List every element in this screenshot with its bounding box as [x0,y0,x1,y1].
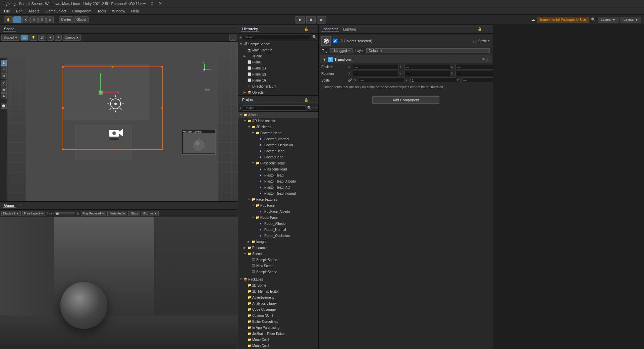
project-item-plasto-albedo[interactable]: ■ Plasto_Head_Albedo [238,178,318,184]
project-item-mono-cecil1[interactable]: 📁 Mono Cecil [238,337,318,343]
scene-lock-icon[interactable]: ⋯ [230,27,235,32]
project-item-packages[interactable]: ▼ 📦 Packages [238,276,318,282]
project-item-pop-face[interactable]: ▼ 📁 Pop Face [238,202,318,208]
pause-button[interactable]: ⏸ [306,16,316,23]
game-more-icon[interactable]: ⋮ [17,203,23,208]
play-button[interactable]: ▶ [296,16,305,23]
custom-scene-tool[interactable]: ⊕ [1,93,7,99]
project-item-2dsprite[interactable]: 📁 2D Sprite [238,282,318,288]
hand-scene-tool[interactable]: ✋ [1,60,7,66]
add-component-button[interactable]: Add Component [372,96,439,104]
transform-settings-icon[interactable]: ⚙ [482,58,485,61]
game-canvas[interactable] [0,217,238,349]
hierarchy-more-icon[interactable]: ⋮ [310,27,316,32]
hierarchy-tab[interactable]: Hierarchy [241,27,259,32]
project-item-images[interactable]: ▶ 📁 Images [238,239,318,245]
inspector-tab[interactable]: Inspector [321,27,339,32]
project-item-face-textures[interactable]: ▼ 📁 Face Textures [238,196,318,202]
transform-section-header[interactable]: ▼ T Transform ⚙ ⋮ [320,55,492,63]
project-item-arface[interactable]: ▼ 📁 AR face Assets [238,118,318,124]
scale-y[interactable] [410,78,456,83]
project-item-robot-face[interactable]: ▼ 📁 Robot Face [238,214,318,220]
menu-gameobject[interactable]: GameObject [43,8,69,14]
transform-tool[interactable]: ⊕ [46,16,54,23]
project-search[interactable] [243,105,306,111]
game-aspect-dropdown[interactable]: Free Aspect ▼ [22,211,45,216]
2d-toggle[interactable]: 2D [20,35,29,41]
menu-file[interactable]: File [1,8,13,14]
project-item-custom-nunit[interactable]: 📁 Custom NUnit [238,312,318,318]
transform-more-icon[interactable]: ⋮ [486,58,489,61]
project-item-samplescene2[interactable]: 🎬 SampleScene [238,269,318,275]
layers-dropdown[interactable]: Layers ▼ [598,17,619,22]
menu-edit[interactable]: Edit [13,8,25,14]
project-item-mono-cecil2[interactable]: 📁 Mono Cecil [238,343,318,349]
hierarchy-item-plane1[interactable]: ⬜ Plane (1) [238,65,318,71]
inspector-more-icon[interactable]: ⋮ [485,27,490,32]
project-item-advertisement[interactable]: 📁 Advertisement [238,294,318,300]
project-item-facitedhead[interactable]: ● FacitedHead [238,154,318,160]
project-item-3dheads[interactable]: ▼ 📁 3D Heads [238,124,318,130]
scene-canvas[interactable]: ✋ ↔ ⟲ ⟱ ⊞ ⊕ ⬤ [0,42,238,201]
play-focused-dropdown[interactable]: Play Focused ▼ [81,211,106,216]
project-item-robot-occlusion[interactable]: ■ Robot_Occlusion [238,233,318,239]
gizmos-dropdown[interactable]: Gizmos ▼ [142,211,159,216]
project-item-plasto-ao[interactable]: ■ Plasto_Head_AO [238,184,318,190]
project-item-robot-normal[interactable]: ■ Robot_Normal [238,227,318,233]
search-icon[interactable]: 🔍 [591,17,596,22]
inspector-lock-icon[interactable]: 🔒 [477,27,482,32]
stats-btn[interactable]: Stats [128,211,140,216]
minimize-button[interactable]: ─ [142,1,147,6]
hierarchy-item-3point[interactable]: ▶ 3Point [238,53,318,59]
project-item-faceted-occlusion[interactable]: ■ Faceted_Occlusion [238,142,318,148]
project-item-robot-albedo[interactable]: ■ Robot_Albedo [238,220,318,227]
menu-window[interactable]: Window [109,8,128,14]
project-item-plasto-normal[interactable]: ■ Plasto_Head_normal [238,190,318,196]
tag-dropdown[interactable]: Untagged ▼ [330,48,353,53]
scale-slider[interactable] [55,212,75,214]
hierarchy-lock-icon[interactable]: 🔒 [304,27,309,32]
lighting-toggle[interactable]: 💡 [30,35,37,41]
project-item-scenes[interactable]: ▼ 📁 Scenes [238,251,318,257]
menu-assets[interactable]: Assets [26,8,42,14]
hierarchy-item-plane[interactable]: ⬜ Plane [238,59,318,65]
project-item-analytics[interactable]: 📁 Analytics Library [238,300,318,306]
hidden-objects-toggle[interactable]: 👁 [55,35,62,41]
project-item-jetbrains[interactable]: 📁 JetBrains Rider Editor [238,331,318,337]
rotation-x[interactable] [353,71,399,76]
project-item-inapp[interactable]: 📁 In App Purchasing [238,325,318,331]
hierarchy-item-objects[interactable]: ▶ 📦 Objects [238,89,318,95]
project-lock-icon[interactable]: 🔒 [304,97,309,103]
project-item-2dtilemap[interactable]: 📁 2D Tilemap Editor [238,288,318,294]
more-options[interactable]: ⋮ [229,35,236,41]
project-item-plasto-head[interactable]: ● Plasto_Head [238,172,318,178]
object-enabled-checkbox[interactable] [333,39,337,43]
audio-toggle[interactable]: 🔊 [38,35,46,41]
project-more-icon[interactable]: ⋮ [310,97,316,103]
position-z[interactable] [455,64,493,69]
project-more-options[interactable]: ⋯ [313,106,317,110]
maximize-button[interactable]: □ [150,1,155,6]
project-item-assets[interactable]: ▼ 📁 Assets [238,112,318,118]
scene-tab[interactable]: Scene [3,27,16,32]
layer-dropdown[interactable]: Default ▼ [366,48,490,53]
close-button[interactable]: ✕ [157,1,163,6]
game-tab[interactable]: Game [3,203,15,208]
move-tool[interactable]: ↔ [13,16,21,23]
game-display-dropdown[interactable]: Display 1 ▼ [1,211,21,216]
scale-z[interactable] [462,78,493,83]
project-item-new-scene[interactable]: 🎬 New Scene [238,263,318,269]
view-tool[interactable]: ⬤ [1,103,7,109]
static-toggle[interactable]: Static ▼ [478,39,490,43]
position-y[interactable] [404,64,450,69]
step-button[interactable]: ⏭ [317,16,326,23]
mute-audio-btn[interactable]: Mute Audio [107,211,127,216]
project-item-facetedhead[interactable]: ● FacetedHead [238,148,318,154]
project-item-plasticene-head[interactable]: ▼ 📁 Plasticene Head [238,160,318,166]
pivot-btn[interactable]: Center [59,16,73,23]
layout-dropdown[interactable]: Layout ▼ [621,17,641,22]
rotate-scene-tool[interactable]: ⟲ [1,73,7,79]
position-x[interactable] [353,64,399,69]
hand-tool[interactable]: ✋ [4,16,13,23]
scale-x[interactable] [359,78,405,83]
